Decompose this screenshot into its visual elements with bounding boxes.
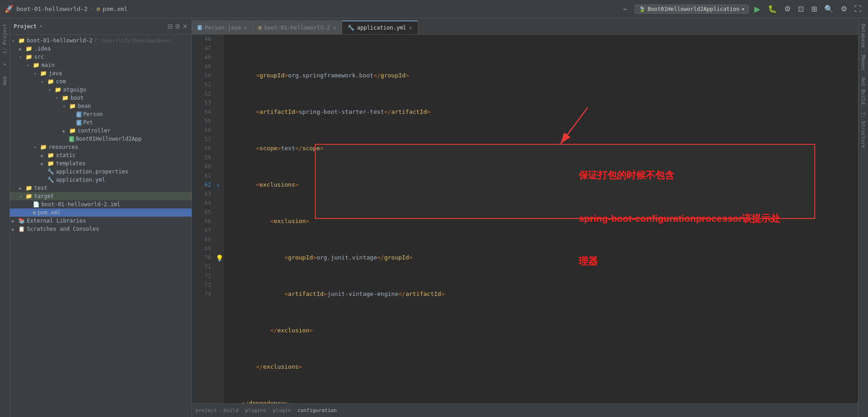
tree-item-iml[interactable]: ▶ 📄 boot-01-helloworld-2.iml — [10, 200, 192, 208]
code-content[interactable]: <groupId>org.springframework.boot</group… — [224, 35, 858, 403]
tree-item-boot01[interactable]: ▶ c Boot01Helloworld2App — [10, 135, 192, 143]
tree-item-pet[interactable]: ▶ c Pet — [10, 118, 192, 127]
breadcrumb-item-2[interactable]: build — [223, 407, 238, 413]
tab-database[interactable]: Database — [859, 20, 867, 51]
breadcrumb-sep-4: › — [293, 407, 296, 413]
tab-person-icon: c — [197, 25, 202, 30]
tab-bar: c Person.java ✕ m boot-01-helloworld-2 ✕… — [192, 18, 858, 35]
pet-java-icon: c — [76, 120, 81, 126]
right-side-tabs: Database Maven Ant Build 7: Structure — [858, 18, 868, 417]
tree-item-scratches[interactable]: ▶ 📋 Scratches and Consoles — [10, 225, 192, 233]
app-name: Boot01Helloworld2Application — [647, 6, 739, 12]
ext-libs-icon: 📚 — [18, 218, 25, 224]
fullscreen-button[interactable]: ⛶ — [853, 4, 863, 14]
tree-label-boot: boot — [71, 95, 84, 101]
tab-maven[interactable]: Maven — [859, 51, 867, 74]
tree-label-pom: pom.xml — [38, 209, 61, 216]
resources-folder-icon: 📁 — [40, 144, 47, 150]
tree-label-resources: resources — [49, 144, 78, 150]
build-button[interactable]: ⚙ — [782, 4, 792, 14]
app-props-icon: 🔧 — [47, 168, 54, 175]
breadcrumb-item-3[interactable]: plugins — [245, 407, 266, 413]
gutter: ⚡ 💡 — [215, 35, 224, 403]
tab-structure[interactable]: 7: Structure — [859, 108, 867, 152]
project-panel: Project ▾ ⊟ ⚙ ✕ ▾ 📁 boot-01-helloworld-2… — [10, 18, 192, 417]
profile-button[interactable]: ⊞ — [809, 4, 819, 14]
run-button[interactable]: ▶ — [752, 3, 762, 15]
gutter-bookmark-icon[interactable]: ⚡ — [216, 182, 220, 189]
tab-person[interactable]: c Person.java ✕ — [192, 20, 253, 34]
breadcrumb-item-5[interactable]: configuration — [298, 407, 337, 413]
code-line-47: <artifactId>spring-boot-starter-test</ar… — [227, 107, 854, 117]
code-line-55: </dependency> — [227, 399, 854, 403]
collapse-all-button[interactable]: ⊟ — [167, 23, 173, 30]
tree-item-controller[interactable]: ▶ 📁 controller — [10, 127, 192, 135]
tab-app-icon: 🔧 — [348, 25, 354, 31]
tree-item-bean[interactable]: ▾ 📁 bean — [10, 102, 192, 110]
tree-item-target[interactable]: ▾ 📁 target — [10, 192, 192, 200]
tree-item-templates[interactable]: ▶ 📁 templates — [10, 159, 192, 168]
app-yml-icon: 🔧 — [47, 177, 54, 183]
code-line-54: </exclusions> — [227, 362, 854, 371]
code-line-50: <exclusion> — [227, 217, 854, 226]
tree-item-resources[interactable]: ▾ 📁 resources — [10, 143, 192, 151]
tree-item-static[interactable]: ▶ 📁 static — [10, 151, 192, 159]
sidebar-tab-web[interactable]: Web — [1, 72, 9, 89]
tree-label-bean: bean — [78, 103, 91, 109]
bottom-bar: project › build › plugins › plugin › con… — [192, 403, 858, 417]
tree-label-atguigu: atguigu — [63, 86, 86, 93]
tree-item-person[interactable]: ▶ c Person — [10, 110, 192, 118]
left-side-tabs: 1: Project ★ Web — [0, 18, 10, 417]
tree-item-app-props[interactable]: ▶ 🔧 application.properties — [10, 168, 192, 176]
tab-app-close[interactable]: ✕ — [409, 25, 412, 31]
java-folder-icon: 📁 — [40, 70, 47, 76]
settings-button[interactable]: ⚙ — [839, 4, 849, 14]
code-line-46: <groupId>org.springframework.boot</group… — [227, 71, 854, 80]
tree-item-src[interactable]: ▾ 📁 src — [10, 53, 192, 61]
tab-boot-label: boot-01-helloworld-2 — [264, 25, 330, 31]
close-panel-button[interactable]: ✕ — [182, 23, 188, 30]
tree-item-main[interactable]: ▾ 📁 main — [10, 61, 192, 69]
back-button[interactable]: ← — [620, 4, 631, 14]
debug-button[interactable]: 🐛 — [766, 4, 779, 14]
file-tree: ▾ 📁 boot-01-helloworld-2 C:\Users\lfy\De… — [10, 35, 192, 417]
tree-item-ext-libs[interactable]: ▶ 📚 External Libraries — [10, 217, 192, 225]
gutter-bulb-icon[interactable]: 💡 — [216, 254, 223, 262]
title-bar-left: 🚀 boot-01-helloworld-2 › m pom.xml — [5, 5, 127, 13]
main-folder-icon: 📁 — [33, 62, 40, 68]
test-folder-icon: 📁 — [25, 185, 32, 191]
coverage-button[interactable]: ⊡ — [796, 4, 806, 14]
tab-person-close[interactable]: ✕ — [244, 25, 247, 31]
boot01-icon: c — [69, 136, 74, 142]
search-everywhere-button[interactable]: 🔍 — [823, 4, 835, 14]
tree-label-com: com — [56, 78, 66, 85]
app-dropdown[interactable]: 🍃 Boot01Helloworld2Application ▾ — [635, 5, 749, 14]
breadcrumb-item-1[interactable]: project — [196, 407, 217, 413]
sidebar-tab-project[interactable]: 1: Project — [1, 20, 9, 57]
sidebar-tab-favorites[interactable]: ★ — [1, 58, 9, 71]
tree-item-com[interactable]: ▾ 📁 com — [10, 77, 192, 86]
tree-item-app-yml[interactable]: ▶ 🔧 application.yml — [10, 176, 192, 184]
pom-xml-icon: m — [33, 210, 36, 216]
tab-application[interactable]: 🔧 application.yml ✕ — [342, 20, 419, 34]
settings-panel-button[interactable]: ⚙ — [175, 23, 181, 30]
tree-item-pom[interactable]: ▶ m pom.xml — [10, 208, 192, 217]
code-line-51: <groupId>org.junit.vintage</groupId> — [227, 253, 854, 262]
tree-label-src: src — [34, 54, 44, 60]
tree-item-idea[interactable]: ▶ 📁 .idea — [10, 45, 192, 53]
tree-label-person: Person — [83, 111, 103, 117]
tree-item-atguigu[interactable]: ▾ 📁 atguigu — [10, 86, 192, 94]
breadcrumb-item-4[interactable]: plugin — [273, 407, 291, 413]
tree-item-project-root[interactable]: ▾ 📁 boot-01-helloworld-2 C:\Users\lfy\De… — [10, 36, 192, 45]
tree-item-boot[interactable]: ▾ 📁 boot — [10, 94, 192, 102]
tab-boot[interactable]: m boot-01-helloworld-2 ✕ — [253, 20, 342, 34]
tab-boot-close[interactable]: ✕ — [333, 25, 336, 31]
tree-item-java[interactable]: ▾ 📁 java — [10, 69, 192, 77]
tab-ant-build[interactable]: Ant Build — [859, 74, 867, 108]
code-editor: 46 47 48 49 50 51 52 53 54 55 56 57 58 5… — [192, 35, 858, 403]
bean-folder-icon: 📁 — [69, 103, 76, 109]
tree-label-app-yml: application.yml — [56, 177, 105, 183]
tree-item-test[interactable]: ▶ 📁 test — [10, 184, 192, 192]
tree-label-path: C:\Users\lfy\Desktop\boot- — [95, 38, 173, 44]
tree-label-static: static — [56, 152, 76, 158]
